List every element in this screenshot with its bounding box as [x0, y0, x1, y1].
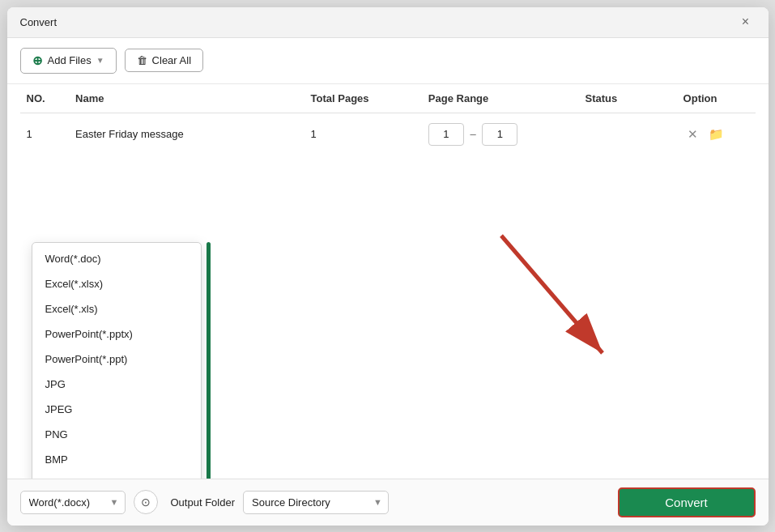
- dropdown-item-3[interactable]: PowerPoint(*.pptx): [32, 321, 201, 347]
- dropdown-item-4[interactable]: PowerPoint(*.ppt): [32, 347, 201, 372]
- dropdown-item-1[interactable]: Excel(*.xlsx): [32, 271, 201, 296]
- dropdown-item-0[interactable]: Word(*.doc): [32, 246, 201, 271]
- format-select[interactable]: Word(*.docx) Word(*.doc) Excel(*.xlsx): [20, 491, 126, 514]
- col-total-pages: Total Pages: [304, 84, 422, 113]
- green-bar: [207, 242, 211, 479]
- svg-line-1: [501, 236, 603, 353]
- table-row: 1 Easter Friday message 1 – ✕ 📁: [20, 113, 756, 155]
- col-no: NO.: [20, 84, 70, 113]
- source-directory-select[interactable]: Source Directory Custom Folder: [243, 491, 389, 514]
- format-select-wrapper: Word(*.docx) Word(*.doc) Excel(*.xlsx) ▼: [20, 491, 126, 514]
- page-range-separator: –: [470, 128, 475, 140]
- red-arrow-annotation: [477, 219, 639, 381]
- close-button[interactable]: ×: [736, 12, 756, 32]
- clear-all-label: Clear All: [152, 54, 191, 66]
- dropdown-item-7[interactable]: PNG: [32, 422, 201, 447]
- trash-icon: 🗑: [137, 54, 147, 66]
- file-table-area: NO. Name Total Pages Page Range Status O…: [7, 84, 769, 479]
- row-total-pages: 1: [304, 113, 422, 155]
- page-range-end-input[interactable]: [482, 123, 517, 146]
- dropdown-item-9[interactable]: TIFF: [32, 472, 201, 479]
- chevron-down-icon: ▼: [96, 56, 104, 65]
- file-table: NO. Name Total Pages Page Range Status O…: [20, 84, 756, 155]
- dropdown-item-5[interactable]: JPG: [32, 372, 201, 397]
- format-dropdown[interactable]: Word(*.doc)Excel(*.xlsx)Excel(*.xls)Powe…: [32, 242, 202, 479]
- col-page-range: Page Range: [422, 84, 579, 113]
- delete-row-button[interactable]: ✕: [683, 126, 702, 143]
- window-title: Convert: [20, 16, 57, 28]
- target-icon-button[interactable]: ⊙: [134, 490, 158, 514]
- titlebar: Convert ×: [7, 7, 769, 38]
- format-dropdown-list: Word(*.doc)Excel(*.xlsx)Excel(*.xls)Powe…: [32, 243, 201, 479]
- add-files-label: Add Files: [48, 54, 92, 66]
- folder-row-button[interactable]: 📁: [705, 126, 728, 143]
- clear-all-button[interactable]: 🗑 Clear All: [125, 49, 203, 72]
- convert-button[interactable]: Convert: [618, 487, 756, 517]
- row-option: ✕ 📁: [677, 113, 756, 155]
- col-status: Status: [579, 84, 677, 113]
- row-no: 1: [20, 113, 70, 155]
- dropdown-item-2[interactable]: Excel(*.xls): [32, 296, 201, 321]
- output-folder-label: Output Folder: [171, 496, 236, 509]
- main-window: Convert × ⊕ Add Files ▼ 🗑 Clear All NO. …: [7, 7, 769, 526]
- source-dir-select-wrapper: Source Directory Custom Folder ▼: [243, 491, 389, 514]
- plus-icon: ⊕: [32, 53, 43, 68]
- col-name: Name: [69, 84, 304, 113]
- col-option: Option: [677, 84, 756, 113]
- row-name: Easter Friday message: [69, 113, 304, 155]
- add-files-button[interactable]: ⊕ Add Files ▼: [20, 48, 117, 74]
- toolbar: ⊕ Add Files ▼ 🗑 Clear All: [7, 38, 769, 84]
- page-range-start-input[interactable]: [428, 123, 464, 146]
- dropdown-item-8[interactable]: BMP: [32, 447, 201, 472]
- row-page-range: –: [422, 113, 579, 155]
- row-status: [579, 113, 677, 155]
- dropdown-item-6[interactable]: JPEG: [32, 397, 201, 422]
- footer: Word(*.docx) Word(*.doc) Excel(*.xlsx) ▼…: [7, 479, 769, 526]
- target-icon: ⊙: [141, 496, 151, 509]
